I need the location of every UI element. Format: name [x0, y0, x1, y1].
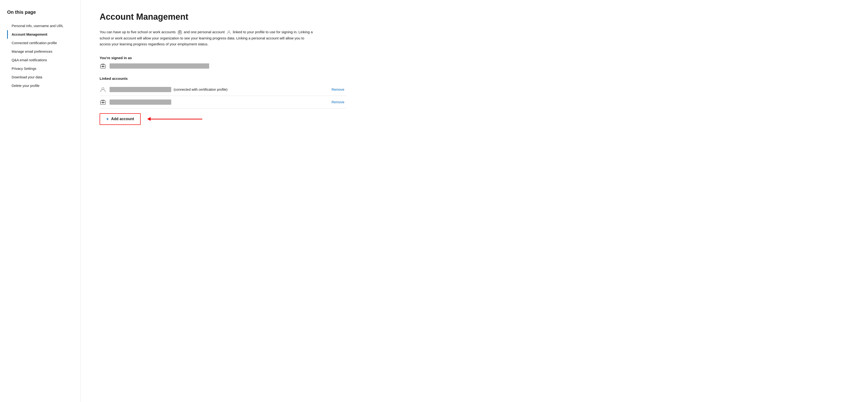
linked-account-personal-redacted — [110, 87, 171, 92]
cert-note: (connected with certification profile) — [174, 88, 227, 91]
sidebar-item-personal-info[interactable]: Personal info, username and URL — [7, 22, 81, 30]
sidebar: On this page Personal info, username and… — [0, 0, 81, 402]
sidebar-nav: Personal info, username and URL Account … — [7, 22, 81, 90]
svg-rect-8 — [102, 66, 104, 67]
work-account-icon — [177, 30, 182, 35]
arrow-line — [150, 119, 202, 119]
linked-account-row-personal: (connected with certification profile) R… — [100, 83, 346, 96]
arrow-annotation — [150, 119, 202, 119]
add-account-label: Add account — [111, 117, 134, 121]
sidebar-link-qa-email[interactable]: Q&A email notifications — [7, 56, 81, 64]
svg-rect-11 — [102, 100, 104, 101]
sidebar-link-download-data[interactable]: Download your data — [7, 73, 81, 81]
linked-accounts-label: Linked accounts — [100, 77, 346, 81]
svg-point-9 — [102, 87, 104, 89]
sidebar-item-download-data[interactable]: Download your data — [7, 73, 81, 81]
signed-in-work-icon — [100, 63, 106, 69]
sidebar-item-manage-email[interactable]: Manage email preferences — [7, 47, 81, 56]
sidebar-link-manage-email[interactable]: Manage email preferences — [7, 47, 81, 56]
svg-rect-13 — [102, 102, 104, 103]
add-account-section: + Add account — [100, 113, 346, 125]
signed-in-label: You're signed in as — [100, 56, 346, 60]
svg-rect-6 — [102, 64, 104, 65]
remove-work-button[interactable]: Remove — [332, 100, 346, 104]
linked-account-work-content — [110, 99, 328, 105]
linked-work-icon — [100, 99, 106, 106]
linked-personal-icon — [100, 86, 106, 93]
sidebar-nav-list: Personal info, username and URL Account … — [7, 22, 81, 90]
signed-in-row — [100, 63, 346, 69]
sidebar-link-delete-profile[interactable]: Delete your profile — [7, 81, 81, 90]
sidebar-item-privacy-settings[interactable]: Privacy Settings — [7, 64, 81, 73]
linked-accounts-section: Linked accounts (connected with certific… — [100, 77, 346, 109]
sidebar-item-delete-profile[interactable]: Delete your profile — [7, 81, 81, 90]
sidebar-item-connected-cert[interactable]: Connected certification profile — [7, 39, 81, 47]
svg-rect-3 — [179, 32, 180, 33]
plus-icon: + — [106, 117, 109, 121]
main-content: Account Management You can have up to fi… — [81, 0, 365, 402]
personal-account-icon — [226, 30, 231, 35]
remove-personal-button[interactable]: Remove — [332, 88, 346, 91]
page-title: Account Management — [100, 12, 346, 22]
sidebar-link-privacy-settings[interactable]: Privacy Settings — [7, 64, 81, 73]
sidebar-item-qa-email[interactable]: Q&A email notifications — [7, 56, 81, 64]
linked-account-row-work: Remove — [100, 96, 346, 109]
sidebar-link-personal-info[interactable]: Personal info, username and URL — [7, 22, 81, 30]
sidebar-item-account-management[interactable]: Account Management — [7, 30, 81, 39]
add-account-button[interactable]: + Add account — [100, 113, 141, 125]
sidebar-link-account-management[interactable]: Account Management — [7, 30, 81, 39]
linked-account-work-redacted — [110, 99, 171, 105]
sidebar-link-connected-cert[interactable]: Connected certification profile — [7, 39, 81, 47]
sidebar-title: On this page — [7, 9, 81, 15]
description-text: You can have up to five school or work a… — [100, 29, 313, 47]
signed-in-redacted — [110, 63, 209, 68]
linked-account-personal-content: (connected with certification profile) — [110, 87, 328, 92]
